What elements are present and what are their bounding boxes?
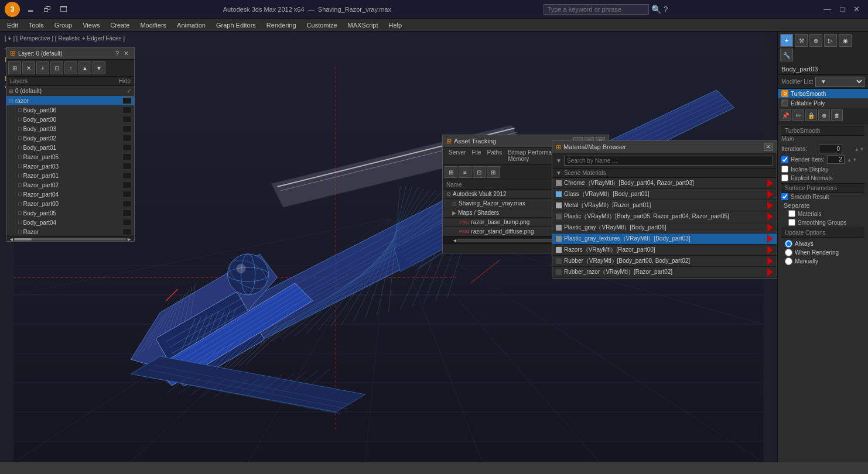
render-iters-input[interactable]	[827, 155, 845, 164]
layer-tool-move[interactable]: ↑	[64, 61, 77, 74]
at-scroll-left[interactable]: ◄	[452, 238, 457, 243]
layer-scroll-left[interactable]: ◄	[9, 236, 14, 242]
layer-item-bodypart03[interactable]: □ Body_part03	[6, 124, 134, 133]
layer-tool-1[interactable]: ⊞	[8, 61, 21, 74]
layer-scroll-track[interactable]	[14, 238, 127, 241]
mb-item-metal[interactable]: Metal（VRayMtl）[Razor_part01]	[552, 200, 777, 211]
at-menu-server[interactable]: Server	[446, 149, 468, 163]
layer-item-bodypart06[interactable]: □ Body_part06	[6, 105, 134, 115]
layer-tool-down[interactable]: ▼	[93, 61, 105, 74]
main-window-controls[interactable]: — □ ✕	[820, 4, 863, 15]
layer-item-razor-obj[interactable]: □ Razor	[6, 227, 134, 236]
tab-modify[interactable]: ⚒	[795, 34, 808, 47]
menu-help[interactable]: Help	[384, 20, 407, 30]
at-tool-2[interactable]: ≡	[459, 166, 471, 178]
title-bar-window-controls[interactable]: 🗕 🗗 🗖	[23, 4, 71, 15]
smooth-result-check[interactable]	[781, 193, 788, 200]
maximize-button[interactable]: 🗖	[56, 4, 71, 15]
mb-item-plastic-gray-textures[interactable]: Plastic_gray_textures（VRayMtl）[Body_part…	[552, 233, 777, 245]
layer-scroll-thumb[interactable]	[14, 238, 32, 241]
update-manually-radio[interactable]	[785, 257, 792, 265]
help-icon[interactable]: ?	[664, 5, 668, 14]
menu-views[interactable]: Views	[78, 20, 104, 30]
materials-check[interactable]	[788, 210, 795, 217]
layer-scroll-right[interactable]: ►	[127, 236, 132, 242]
layer-item-bodypart02[interactable]: □ Body_part02	[6, 133, 134, 143]
mb-search-input[interactable]	[564, 156, 773, 166]
mb-item-rubber-razor[interactable]: Rubber_razor（VRayMtl）[Razor_part02]	[552, 267, 777, 278]
tab-create[interactable]: ✦	[780, 34, 793, 47]
main-restore-button[interactable]: □	[836, 4, 848, 15]
layer-item-razor[interactable]: ⊟ razor	[6, 96, 134, 105]
layer-item-bodypart05[interactable]: □ Body_part05	[6, 208, 134, 218]
mb-close-button[interactable]: ✕	[764, 143, 773, 151]
tab-motion[interactable]: ▷	[824, 34, 837, 47]
menu-customize[interactable]: Customize	[302, 20, 342, 30]
menu-rendering[interactable]: Rendering	[262, 20, 301, 30]
layer-item-razorpart00[interactable]: □ Razor_part00	[6, 199, 134, 208]
menu-animation[interactable]: Animation	[172, 20, 210, 30]
modifier-list-dropdown[interactable]: ▼	[815, 77, 864, 87]
render-iters-check[interactable]	[781, 156, 788, 163]
mb-item-chrome[interactable]: Chrome（VRayMtl）[Body_part04, Razor_part0…	[552, 178, 777, 189]
layer-close-button[interactable]: ✕	[122, 50, 131, 57]
layer-item-bodypart04[interactable]: □ Body_part04	[6, 218, 134, 227]
at-tool-3[interactable]: ⊡	[473, 166, 486, 178]
search-icon[interactable]: 🔍	[651, 5, 661, 14]
layer-tool-up[interactable]: ▲	[78, 61, 91, 74]
layer-item-razorpart03[interactable]: □ Razor_part03	[6, 162, 134, 171]
layer-item-razorpart05[interactable]: □ Razor_part05	[6, 152, 134, 162]
menu-edit[interactable]: Edit	[2, 20, 23, 30]
isoline-check[interactable]	[781, 166, 788, 173]
tab-utilities[interactable]: 🔧	[780, 49, 793, 61]
layer-item-bodypart01[interactable]: □ Body_part01	[6, 143, 134, 152]
layer-tool-delete[interactable]: ✕	[22, 61, 35, 74]
at-menu-file[interactable]: File	[469, 149, 483, 163]
layer-tool-add[interactable]: +	[36, 61, 49, 74]
menu-group[interactable]: Group	[50, 20, 77, 30]
smoothing-groups-check[interactable]	[788, 219, 795, 226]
menu-modifiers[interactable]: Modifiers	[135, 20, 171, 30]
layer-item-default[interactable]: ⊞ 0 (default) ✓	[6, 86, 134, 96]
panel-tabs: ✦ ⚒ ⊕ ▷ ◉ 🔧	[778, 32, 868, 64]
at-tool-1[interactable]: ⊞	[445, 166, 457, 178]
minimize-button[interactable]: 🗕	[23, 4, 38, 15]
tab-display[interactable]: ◉	[839, 34, 852, 47]
layer-scrollbar[interactable]: ◄ ►	[6, 236, 134, 241]
menu-tools[interactable]: Tools	[24, 20, 49, 30]
tool-instance[interactable]: ⊕	[818, 109, 830, 121]
layer-item-razorpart02[interactable]: □ Razor_part02	[6, 180, 134, 190]
mod-icon-turbosmooth: ⚙	[781, 90, 788, 97]
update-rendering-radio[interactable]	[785, 249, 792, 256]
update-always-radio[interactable]	[785, 240, 792, 248]
layer-tool-select[interactable]: ⊡	[50, 61, 63, 74]
main-close-button[interactable]: ✕	[850, 4, 863, 15]
explicit-normals-check[interactable]	[781, 174, 788, 181]
mb-item-plastic-gray[interactable]: Plastic_gray（VRayMtl）[Body_part06]	[552, 222, 777, 233]
mb-item-razors[interactable]: Razors（VRayMtl）[Razor_part00]	[552, 245, 777, 256]
layer-item-razorpart01[interactable]: □ Razor_part01	[6, 171, 134, 180]
restore-button[interactable]: 🗗	[40, 4, 54, 15]
layer-item-razorpart04[interactable]: □ Razor_part04	[6, 190, 134, 199]
tool-edit[interactable]: ✏	[792, 109, 804, 121]
mb-item-rubber[interactable]: Rubber（VRayMtl）[Body_part00, Body_part02…	[552, 256, 777, 267]
main-minimize-button[interactable]: —	[820, 4, 835, 15]
modifier-item-turbosmooth[interactable]: ⚙ TurboSmooth	[778, 89, 868, 98]
at-tool-4[interactable]: ⊞	[487, 166, 500, 178]
menu-create[interactable]: Create	[105, 20, 134, 30]
at-col-name-label: Name	[446, 181, 558, 188]
at-menu-paths[interactable]: Paths	[485, 149, 505, 163]
iterations-input[interactable]	[819, 145, 842, 153]
menu-maxscript[interactable]: MAXScript	[343, 20, 383, 30]
tab-hierarchy[interactable]: ⊕	[809, 34, 822, 47]
layer-item-bodypart00[interactable]: □ Body_part00	[6, 115, 134, 124]
menu-graph-editors[interactable]: Graph Editors	[211, 20, 261, 30]
modifier-item-editablepoly[interactable]: ⬛ Editable Poly	[778, 98, 868, 108]
mb-item-glass[interactable]: Glass（VRayMtl）[Body_part01]	[552, 189, 777, 200]
layer-help-button[interactable]: ?	[114, 50, 121, 57]
mb-item-plastic[interactable]: Plastic（VRayMtl）[Body_part05, Razor_part…	[552, 211, 777, 222]
tool-pin[interactable]: 📌	[780, 109, 791, 121]
tool-lock[interactable]: 🔒	[805, 109, 817, 121]
tool-delete[interactable]: 🗑	[831, 109, 843, 121]
search-input[interactable]	[544, 4, 649, 15]
